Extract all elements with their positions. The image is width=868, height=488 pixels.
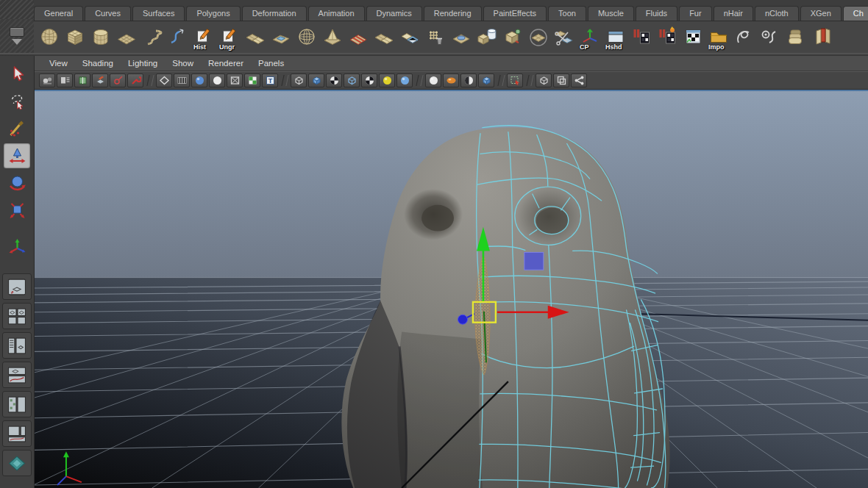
render-strip-fire-icon[interactable] [655, 23, 679, 51]
share-view-icon[interactable] [571, 73, 587, 87]
curve-loop-icon[interactable] [733, 23, 756, 51]
menu-tab-deformation[interactable]: Deformation [242, 6, 307, 21]
panel-menu-lighting[interactable]: Lighting [121, 57, 165, 69]
lasso-select-tool[interactable] [4, 89, 30, 114]
blue-edge-plane-icon[interactable] [398, 23, 421, 51]
subdivide-plane-icon[interactable] [372, 23, 396, 51]
select-tool[interactable] [4, 62, 30, 87]
move-tool[interactable] [4, 143, 30, 168]
menu-tab-polygons[interactable]: Polygons [186, 6, 240, 21]
menu-tab-surfaces[interactable]: Surfaces [132, 6, 185, 21]
select-highlight-icon[interactable] [507, 73, 523, 87]
scale-tool[interactable] [4, 198, 30, 223]
layout-hypershade-persp[interactable] [2, 391, 32, 417]
render-strip-icon[interactable] [630, 23, 653, 51]
last-tool-used[interactable] [4, 234, 30, 259]
projection-plane-icon[interactable] [269, 23, 293, 51]
menu-tab-fur[interactable]: Fur [679, 6, 712, 21]
curve-ring-icon[interactable] [758, 23, 782, 51]
pillow-stack-icon[interactable] [784, 23, 808, 51]
panel-menu-shading[interactable]: Shading [75, 57, 121, 69]
menu-tab-xgen[interactable]: XGen [800, 6, 842, 21]
bounding-box-icon[interactable] [227, 73, 243, 87]
ambient-capsule-icon[interactable] [443, 73, 459, 87]
menu-tab-toon[interactable]: Toon [548, 6, 586, 21]
polygon-cylinder-icon[interactable] [89, 23, 113, 51]
menu-tab-animation[interactable]: Animation [308, 6, 365, 21]
center-pivot-icon[interactable]: CP [578, 23, 602, 51]
menu-tab-general[interactable]: General [34, 6, 83, 21]
wire-cube-icon[interactable] [344, 73, 360, 87]
polygon-cube-icon[interactable] [63, 23, 87, 51]
menu-tab-fluids[interactable]: Fluids [636, 6, 677, 21]
camera-pair-icon[interactable] [39, 73, 55, 87]
hypershade-icon[interactable]: Hshd [604, 23, 627, 51]
cone-on-plane-icon[interactable] [321, 23, 344, 51]
layout-single-pane[interactable] [2, 273, 32, 300]
menu-tab-rendering[interactable]: Rendering [424, 6, 482, 21]
cylinder-cube-icon[interactable] [475, 23, 499, 51]
default-material-icon[interactable] [291, 73, 307, 87]
frame-overlay-icon[interactable] [553, 73, 569, 87]
menu-tab-curves[interactable]: Curves [85, 6, 131, 21]
smooth-shade-icon[interactable] [191, 73, 207, 87]
rotate-tool[interactable] [4, 171, 30, 195]
text-display-icon[interactable]: T [262, 73, 278, 87]
polygon-sphere-icon[interactable] [38, 23, 61, 51]
use-all-lights-icon[interactable] [396, 73, 413, 87]
panel-menu-panels[interactable]: Panels [251, 57, 291, 69]
ungroup-icon[interactable]: Ungr [218, 23, 241, 51]
uv-checker-icon[interactable] [681, 23, 705, 51]
menu-tab-ch[interactable]: Ch [843, 6, 868, 21]
menu-tab-painteffects[interactable]: PaintEffects [483, 6, 547, 21]
use-default-lighting-icon[interactable] [379, 73, 395, 87]
delete-history-icon[interactable]: Hist [192, 23, 216, 51]
perspective-viewport[interactable] [35, 90, 868, 488]
wire-sphere-icon[interactable] [295, 23, 319, 51]
import-icon[interactable]: Impo [707, 23, 730, 51]
image-plane-icon[interactable] [92, 73, 108, 87]
panel-menu-view[interactable]: View [42, 57, 75, 69]
panel-menu-renderer[interactable]: Renderer [201, 57, 251, 69]
cube-stack-icon[interactable] [501, 23, 524, 51]
snap-pick-icon[interactable] [110, 73, 126, 87]
combine-planes-icon[interactable] [243, 23, 267, 51]
polygon-helix-icon[interactable] [140, 23, 164, 51]
layout-persp-outliner[interactable] [2, 332, 32, 359]
bookmark-icon[interactable] [74, 73, 90, 87]
wireframe-on-shaded-icon[interactable] [174, 73, 190, 87]
customize-icon[interactable] [127, 73, 143, 87]
textured-icon[interactable] [244, 73, 260, 87]
circled-plane-icon[interactable] [527, 23, 550, 51]
shelf-menu-arrow-icon[interactable] [12, 39, 22, 45]
half-shade-icon[interactable] [460, 73, 477, 87]
lattice-delete-icon[interactable] [424, 23, 447, 51]
shaded-cube-icon[interactable] [308, 73, 324, 87]
layout-four-pane[interactable] [2, 303, 32, 329]
checker-sphere-icon[interactable] [326, 73, 342, 87]
selected-face[interactable] [524, 252, 544, 270]
shelf-tabs-button[interactable] [10, 27, 24, 37]
ep-curve-icon[interactable] [166, 23, 190, 51]
paint-select-tool[interactable] [4, 116, 30, 141]
layout-persp-graph-outliner[interactable] [2, 420, 32, 447]
blue-cube-icon[interactable] [478, 73, 494, 87]
menu-tab-muscle[interactable]: Muscle [588, 6, 634, 21]
cut-faces-icon[interactable] [552, 23, 576, 51]
checker-sphere-2-icon[interactable] [361, 73, 377, 87]
split-faces-icon[interactable] [346, 23, 370, 51]
flat-shade-icon[interactable] [209, 73, 225, 87]
panel-menu-show[interactable]: Show [165, 57, 201, 69]
isolate-cube-icon[interactable] [536, 73, 552, 87]
layout-persp-graph[interactable] [2, 362, 32, 388]
camera-attributes-icon[interactable] [57, 73, 73, 87]
menu-tab-ncloth[interactable]: nCloth [755, 6, 799, 21]
layout-paint-panel[interactable] [2, 450, 32, 476]
manipulator-z-handle[interactable] [458, 315, 467, 324]
viewport-canvas[interactable] [35, 91, 868, 488]
menu-tab-dynamics[interactable]: Dynamics [366, 6, 422, 21]
white-sphere-icon[interactable] [425, 73, 441, 87]
plane-disc-icon[interactable] [449, 23, 473, 51]
wireframe-icon[interactable] [156, 73, 172, 87]
polygon-plane-icon[interactable] [115, 23, 138, 51]
